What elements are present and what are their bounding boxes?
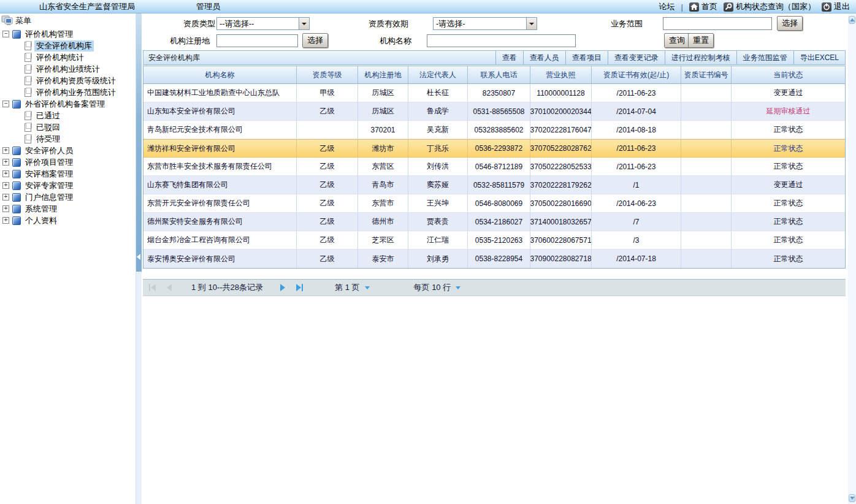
sidebar-item[interactable]: +安评专家管理 — [0, 180, 136, 191]
sidebar-item[interactable]: 安全评价机构库 — [0, 40, 136, 52]
sidebar-item-label[interactable]: 评价机构业绩统计 — [34, 64, 102, 75]
tree-toggle-icon[interactable]: + — [2, 217, 9, 224]
toolbar-button[interactable]: 查看项目 — [565, 51, 608, 64]
sidebar-item-label[interactable]: 已通过 — [34, 110, 62, 121]
last-page-button[interactable] — [296, 284, 303, 291]
table-row[interactable]: 青岛新纪元安全技术有限公司370201吴克新053283885602370202… — [143, 121, 845, 139]
table-row[interactable]: 泰安博奥安全评价有限公司乙级泰安市刘承勇0538-822895437090022… — [143, 250, 845, 268]
table-row[interactable]: 东营开元安全评价有限责任公司乙级东营市王兴坤0546-8080069370500… — [143, 194, 845, 213]
tree-toggle-icon[interactable]: + — [2, 147, 9, 154]
column-header[interactable]: 资质证书编号 — [681, 66, 731, 83]
sidebar-item-label[interactable]: 评价机构管理 — [23, 29, 75, 40]
toolbar-button[interactable]: 查看人员 — [523, 51, 565, 64]
reset-button[interactable]: 重置 — [688, 33, 714, 48]
page-select[interactable]: 第 1 页 — [335, 282, 369, 293]
status-cell: 变更通过 — [731, 176, 845, 194]
sidebar-item[interactable]: +系统管理 — [0, 203, 136, 215]
home-link[interactable]: 首页 — [689, 1, 717, 12]
table-cell — [681, 250, 731, 268]
sidebar-item-label[interactable]: 评价项目管理 — [23, 157, 75, 168]
sidebar-item-label[interactable]: 系统管理 — [23, 204, 59, 215]
tree-toggle-icon[interactable]: + — [2, 205, 9, 212]
tree-toggle-icon[interactable]: + — [2, 194, 9, 200]
sidebar-item-label[interactable]: 安全评价机构库 — [34, 40, 94, 52]
scope-select-button[interactable]: 选择 — [777, 16, 803, 31]
table-row[interactable]: 山东赛飞特集团有限公司乙级青岛市窦苏娅0532-8581157937020222… — [143, 176, 845, 194]
dropdown-arrow-icon[interactable] — [526, 18, 537, 29]
table-cell — [681, 213, 731, 231]
toolbar-button[interactable]: 进行过程控制考核 — [665, 51, 736, 64]
sidebar-item[interactable]: 评价机构资质等级统计 — [0, 75, 136, 86]
column-header[interactable]: 机构名称 — [143, 66, 296, 83]
tree-toggle-icon[interactable]: + — [2, 159, 9, 166]
column-header[interactable]: 机构注册地 — [357, 66, 408, 83]
org-name-input[interactable] — [427, 34, 576, 47]
sidebar-item[interactable]: −外省评价机构备案管理 — [0, 98, 136, 110]
toolbar-button[interactable]: 查看 — [495, 51, 523, 64]
sidebar-item[interactable]: 待受理 — [0, 133, 136, 145]
sidebar-item-label[interactable]: 安全评价人员 — [23, 145, 75, 156]
tree-toggle-icon[interactable]: − — [2, 31, 9, 37]
column-header[interactable]: 法定代表人 — [408, 66, 467, 83]
sidebar-item-label[interactable]: 评价机构业务范围统计 — [34, 87, 118, 98]
sidebar-item[interactable]: 评价机构统计 — [0, 52, 136, 63]
table-row[interactable]: 潍坊祥和安全评价有限公司乙级潍坊市丁兆乐0536-229387237070522… — [143, 139, 845, 158]
sidebar-item[interactable]: +安评档案管理 — [0, 168, 136, 180]
scroll-up-button[interactable] — [849, 16, 855, 24]
sidebar-item-label[interactable]: 评价机构资质等级统计 — [34, 75, 118, 86]
tree-toggle-icon[interactable]: − — [2, 101, 9, 107]
column-header[interactable]: 资质证书有效(起/止) — [591, 66, 681, 83]
logout-link[interactable]: 退出 — [822, 1, 850, 12]
sidebar-item[interactable]: 已驳回 — [0, 121, 136, 133]
sidebar-item-label[interactable]: 已驳回 — [34, 122, 62, 133]
sidebar-item-label[interactable]: 外省评价机构备案管理 — [23, 99, 107, 110]
table-row[interactable]: 烟台金邦冶金工程咨询有限公司乙级芝罘区江仁瑞0535-2120263370600… — [143, 231, 845, 250]
sidebar-item[interactable]: 评价机构业务范围统计 — [0, 86, 136, 98]
validity-select[interactable]: -请选择- — [433, 17, 537, 30]
table-cell: 东营区 — [357, 158, 408, 175]
sidebar-item-label[interactable]: 安评档案管理 — [23, 169, 75, 180]
table-cell: 乙级 — [296, 250, 357, 268]
sidebar-item[interactable]: −评价机构管理 — [0, 28, 136, 40]
sidebar-item[interactable]: +个人资料 — [0, 215, 136, 226]
dropdown-arrow-icon[interactable] — [299, 18, 309, 29]
tree-toggle-icon[interactable]: + — [2, 170, 9, 177]
sidebar-item-label[interactable]: 评价机构统计 — [34, 52, 86, 63]
toolbar-button[interactable]: 查看变更记录 — [608, 51, 665, 64]
scope-input[interactable] — [663, 17, 772, 30]
column-header[interactable]: 当前状态 — [731, 66, 845, 83]
sidebar-item-label[interactable]: 安评专家管理 — [23, 180, 75, 191]
toolbar-button[interactable]: 业务范围监管 — [736, 51, 793, 64]
forum-link[interactable]: 论坛 — [659, 1, 675, 12]
vertical-scrollbar[interactable] — [848, 13, 856, 504]
status-query-link[interactable]: 机构状态查询（国家） — [724, 1, 816, 12]
panel-splitter[interactable] — [136, 13, 142, 504]
table-row[interactable]: 中国建筑材料工业地质勘查中心山东总队甲级历城区杜长征82350807110000… — [143, 84, 845, 102]
next-page-button[interactable] — [280, 284, 285, 291]
prev-page-button[interactable] — [167, 284, 172, 291]
sidebar-item[interactable]: +安全评价人员 — [0, 145, 136, 156]
qual-type-select[interactable]: --请选择-- — [216, 17, 310, 30]
sidebar-item[interactable]: 已通过 — [0, 110, 136, 121]
tree-toggle-icon[interactable]: + — [2, 182, 9, 189]
table-row[interactable]: 德州聚安特安全服务有限公司乙级德州市贾表贵0534-21860273714000… — [143, 213, 845, 231]
reg-place-input[interactable] — [216, 34, 298, 47]
per-page-select[interactable]: 每页 10 行 — [414, 282, 461, 293]
toolbar-button[interactable]: 导出EXCEL — [793, 51, 845, 64]
sidebar-item-label[interactable]: 门户信息管理 — [23, 192, 75, 203]
reg-select-button[interactable]: 选择 — [302, 33, 328, 48]
query-button[interactable]: 查询 — [664, 33, 690, 48]
table-row[interactable]: 山东知本安全评价有限公司乙级历城区鲁成学0531-885655083701002… — [143, 102, 845, 121]
scroll-down-button[interactable] — [849, 494, 855, 502]
table-row[interactable]: 东营市胜丰安全技术服务有限责任公司乙级东营区刘传洪0546-8712189370… — [143, 158, 845, 176]
collapse-arrow-icon[interactable] — [137, 254, 140, 260]
column-header[interactable]: 联系人电话 — [467, 66, 530, 83]
column-header[interactable]: 资质等级 — [296, 66, 357, 83]
sidebar-item[interactable]: +评价项目管理 — [0, 156, 136, 168]
first-page-button[interactable] — [149, 284, 156, 291]
sidebar-item[interactable]: +门户信息管理 — [0, 191, 136, 203]
column-header[interactable]: 营业执照 — [530, 66, 591, 83]
sidebar-item-label[interactable]: 个人资料 — [23, 215, 59, 226]
sidebar-item[interactable]: 评价机构业绩统计 — [0, 63, 136, 75]
sidebar-item-label[interactable]: 待受理 — [34, 134, 62, 145]
